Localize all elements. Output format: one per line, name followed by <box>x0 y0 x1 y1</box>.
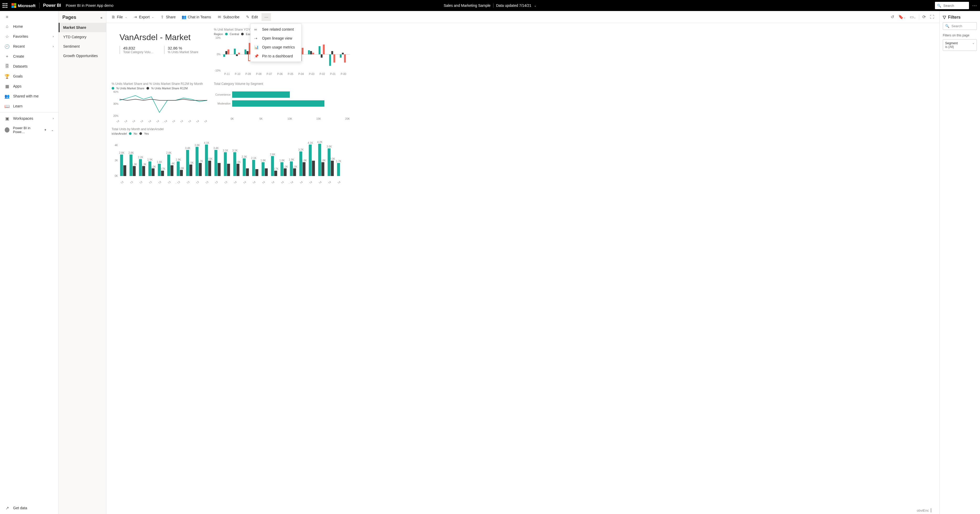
chart-total-units[interactable]: Total Units by Month and isVanArsdel isV… <box>111 127 934 184</box>
nav-goals[interactable]: 🏆Goals <box>0 71 59 81</box>
workspaces-icon: ▣ <box>5 116 10 121</box>
more-actions-button[interactable]: ⋯ <box>261 13 271 21</box>
collapse-pages-icon[interactable]: « <box>100 16 102 20</box>
dd-related-content[interactable]: ∞See related content <box>250 25 301 34</box>
svg-text:P-05: P-05 <box>288 73 293 75</box>
svg-text:Jun-13: Jun-13 <box>163 180 171 183</box>
svg-text:Dec-14: Dec-14 <box>332 180 341 183</box>
svg-text:Apr-13: Apr-13 <box>144 180 152 183</box>
kpi-total-volume[interactable]: 49,832 Total Category Volu… <box>119 46 154 54</box>
svg-rect-165 <box>293 169 296 176</box>
svg-rect-163 <box>290 161 293 176</box>
search-icon: 🔍 <box>945 24 949 28</box>
more-icon[interactable]: ⋯ <box>972 3 977 8</box>
svg-text:1.8K: 1.8K <box>261 159 266 162</box>
file-menu[interactable]: 🗎File⌄ <box>108 13 130 21</box>
teams-icon: 👥 <box>182 15 186 19</box>
nav-workspaces[interactable]: ▣Workspaces› <box>0 113 59 123</box>
chevron-right-icon: › <box>52 35 54 38</box>
fullscreen-icon[interactable]: ⛶ <box>929 14 935 21</box>
nav-shared[interactable]: 👥Shared with me <box>0 91 59 101</box>
share-button[interactable]: ⇪Share <box>158 13 178 21</box>
nav-learn[interactable]: 📖Learn <box>0 101 59 111</box>
dd-lineage[interactable]: ⇢Open lineage view <box>250 34 301 43</box>
filter-card-segment[interactable]: Segment is (All) ⌄ <box>943 39 977 51</box>
pages-header: Pages <box>62 15 76 20</box>
chevron-right-icon: › <box>52 116 54 120</box>
svg-rect-182 <box>328 148 331 176</box>
reset-icon[interactable]: ↺ <box>889 13 895 21</box>
svg-text:3.1K: 3.1K <box>223 149 228 152</box>
svg-rect-8 <box>234 49 235 54</box>
svg-rect-110 <box>180 170 183 176</box>
view-icon[interactable]: ▭⌄ <box>909 13 917 21</box>
line-chart-svg: 40%30%20%Jan-14Feb-14Mar-14Apr-14May-14J… <box>111 91 208 123</box>
edit-button[interactable]: ✎Edit <box>243 13 261 21</box>
svg-rect-4 <box>223 54 225 57</box>
kpi-label: Total Category Volu… <box>123 50 154 54</box>
chart-title: % Unit Market Share YOY C on <box>214 28 934 32</box>
svg-text:May-14: May-14 <box>266 180 275 183</box>
svg-text:Aug-14: Aug-14 <box>294 180 303 183</box>
app-launcher-icon[interactable] <box>3 3 7 8</box>
page-tab-market-share[interactable]: Market Share <box>59 23 106 32</box>
chart-line-share[interactable]: % Units Market Share and % Units Market … <box>111 82 214 123</box>
page-label: Market Share <box>63 25 86 30</box>
svg-rect-85 <box>133 166 136 176</box>
svg-text:3.8K: 3.8K <box>194 144 200 147</box>
chart-yoy-region[interactable]: % Unit Market Share YOY C on Region Cent… <box>214 28 934 77</box>
svg-text:Jul-14: Jul-14 <box>160 119 168 123</box>
nav-current-workspace[interactable]: Power BI in Powe…✦⌄ <box>0 123 59 137</box>
chevron-down-icon: ⌄ <box>534 4 536 7</box>
get-data-button[interactable]: ↗Get data <box>0 502 59 514</box>
chat-teams-button[interactable]: 👥Chat in Teams <box>179 13 213 21</box>
nav-label: Home <box>13 24 23 29</box>
nav-home[interactable]: ⌂Home <box>0 21 59 32</box>
svg-rect-34 <box>302 48 304 54</box>
nav-label: Apps <box>13 84 21 88</box>
page-tab-growth[interactable]: Growth Opportunities <box>59 51 106 60</box>
filter-search[interactable]: 🔍Search <box>943 22 977 30</box>
page-tab-sentiment[interactable]: Sentiment <box>59 41 106 51</box>
chart-title: % Units Market Share and % Units Market … <box>111 82 214 86</box>
svg-text:2.8K: 2.8K <box>166 151 172 154</box>
svg-rect-143 <box>246 169 249 176</box>
nav-favorites[interactable]: ☆Favorites› <box>0 32 59 41</box>
svg-rect-88 <box>139 159 142 176</box>
svg-rect-125 <box>208 161 211 176</box>
svg-text:1.3K: 1.3K <box>141 163 146 166</box>
svg-text:1.7K: 1.7K <box>197 160 203 163</box>
premium-icon: ✦ <box>43 127 48 132</box>
subscribe-button[interactable]: ✉Subscribe <box>215 13 242 21</box>
nav-label: Favorites <box>13 34 28 38</box>
legend-item: No <box>134 132 137 135</box>
nav-recent[interactable]: 🕘Recent› <box>0 41 59 51</box>
export-menu[interactable]: ⇥Export⌄ <box>131 13 156 21</box>
svg-rect-130 <box>218 163 221 176</box>
refresh-icon[interactable]: ⟳ <box>921 13 927 21</box>
dd-pin-dashboard[interactable]: 📌Pin to a dashboard <box>250 52 301 60</box>
page-tab-ytd[interactable]: YTD Category <box>59 32 106 41</box>
workspace-name[interactable]: Power BI in Power App demo <box>66 3 113 8</box>
svg-text:15K: 15K <box>316 117 321 120</box>
kpi-market-share[interactable]: 32.86 % % Units Market Share <box>164 46 198 54</box>
footer-attribution: obviEnc <box>917 508 932 512</box>
svg-rect-151 <box>265 169 268 176</box>
svg-rect-95 <box>152 169 154 176</box>
chart-segment-volume[interactable]: Total Category Volume by Segment Conveni… <box>214 82 934 123</box>
nav-create[interactable]: ＋Create <box>0 51 59 61</box>
kpi-value: 32.86 % <box>168 46 198 50</box>
svg-text:0K: 0K <box>115 175 118 177</box>
dd-usage-metrics[interactable]: 📊Open usage metrics <box>250 43 301 52</box>
nav-datasets[interactable]: 🗄Datasets <box>0 61 59 71</box>
data-updated-label: Data updated 7/14/21 <box>496 3 531 8</box>
hamburger-icon[interactable]: ≡ <box>0 13 59 21</box>
product-name[interactable]: Power BI <box>43 3 61 8</box>
svg-rect-46 <box>333 54 335 63</box>
bookmark-icon[interactable]: 🔖⌄ <box>897 13 907 21</box>
nav-apps[interactable]: ▦Apps <box>0 81 59 91</box>
svg-text:Jun-14: Jun-14 <box>276 180 285 183</box>
report-breadcrumb[interactable]: Sales and Marketing Sample Data updated … <box>444 3 536 8</box>
global-search[interactable]: 🔍 Search <box>935 2 969 9</box>
legend-item: % Units Market Share R12M <box>151 87 188 90</box>
